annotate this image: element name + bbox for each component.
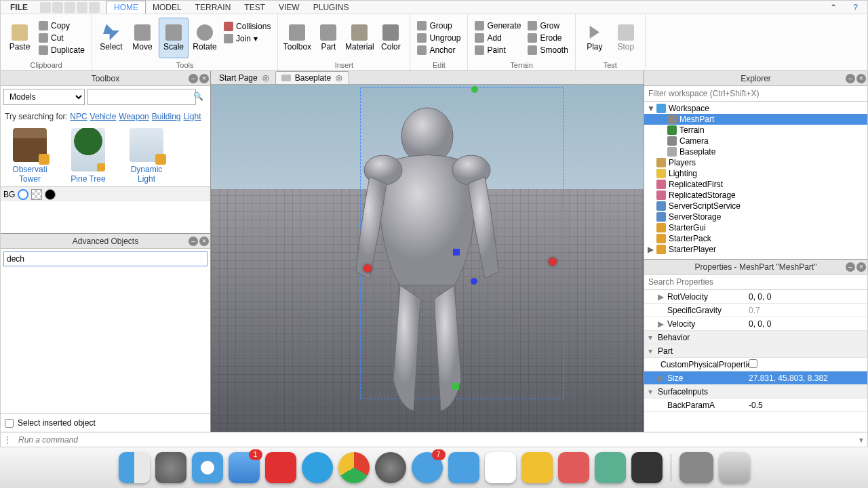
play-button[interactable]: Play bbox=[580, 18, 610, 58]
duplicate-button[interactable]: Duplicate bbox=[36, 45, 87, 56]
hint-npc[interactable]: NPC bbox=[70, 112, 87, 121]
app-icon[interactable] bbox=[595, 452, 626, 483]
roblox-icon[interactable] bbox=[485, 452, 516, 483]
launchpad-icon[interactable] bbox=[155, 452, 186, 483]
qat-undo-icon[interactable] bbox=[64, 2, 75, 13]
tree-item-starterplayer[interactable]: ▶StarterPlayer bbox=[644, 244, 867, 255]
smooth-button[interactable]: Smooth bbox=[525, 45, 570, 56]
join-toggle[interactable]: Join ▾ bbox=[221, 33, 273, 44]
rotate-button[interactable]: Rotate bbox=[190, 18, 220, 58]
hint-vehicle[interactable]: Vehicle bbox=[90, 112, 117, 121]
tree-item-camera[interactable]: Camera bbox=[644, 136, 867, 146]
hint-building[interactable]: Building bbox=[152, 112, 181, 121]
tree-item-replicatedstorage[interactable]: ReplicatedStorage bbox=[644, 190, 867, 201]
undock-icon[interactable]: – bbox=[189, 74, 198, 83]
select-inserted-checkbox[interactable] bbox=[5, 419, 14, 428]
paint-button[interactable]: Paint bbox=[472, 45, 524, 56]
erode-button[interactable]: Erode bbox=[525, 33, 570, 43]
mail-icon[interactable] bbox=[229, 452, 260, 483]
add-terrain-button[interactable]: Add bbox=[472, 33, 524, 43]
youtube-icon[interactable] bbox=[265, 452, 296, 483]
folder-icon[interactable] bbox=[679, 452, 713, 483]
toolbox-item[interactable]: Pine Tree bbox=[64, 128, 112, 184]
collapse-ribbon-icon[interactable]: ⌃ bbox=[823, 1, 844, 14]
hint-light[interactable]: Light bbox=[184, 112, 201, 121]
close-icon[interactable]: ⊗ bbox=[262, 75, 270, 81]
tab-start-page[interactable]: Start Page⊗ bbox=[214, 72, 275, 84]
tree-item-lighting[interactable]: Lighting bbox=[644, 168, 867, 179]
settings-icon[interactable] bbox=[375, 452, 406, 483]
qat-new-icon[interactable] bbox=[40, 2, 51, 13]
undock-icon[interactable]: – bbox=[846, 74, 855, 83]
scale-handle-x-pos[interactable] bbox=[549, 258, 557, 266]
close-icon[interactable]: × bbox=[856, 262, 866, 272]
property-row[interactable]: ▾Part bbox=[644, 344, 867, 358]
chrome-icon[interactable] bbox=[338, 452, 370, 483]
stop-button[interactable]: Stop bbox=[611, 18, 641, 58]
grow-button[interactable]: Grow bbox=[525, 20, 570, 31]
close-icon[interactable]: ⊗ bbox=[335, 75, 343, 81]
tab-model[interactable]: MODEL bbox=[146, 1, 189, 14]
tab-baseplate[interactable]: Baseplate⊗ bbox=[275, 71, 349, 84]
collisions-toggle[interactable]: Collisions bbox=[221, 21, 273, 32]
scale-handle-x-neg[interactable] bbox=[363, 264, 372, 272]
safari-icon[interactable] bbox=[192, 452, 223, 483]
tree-item-replicatedfirst[interactable]: ReplicatedFirst bbox=[644, 179, 867, 190]
finder-icon[interactable] bbox=[119, 452, 150, 483]
property-row[interactable]: CustomPhysicalProperties bbox=[644, 358, 867, 371]
undock-icon[interactable]: – bbox=[846, 262, 855, 272]
tree-item-meshpart[interactable]: MeshPart bbox=[644, 114, 867, 125]
properties-search-input[interactable] bbox=[644, 274, 867, 290]
help-icon[interactable]: ? bbox=[846, 1, 865, 14]
scale-button[interactable]: Scale bbox=[159, 18, 189, 58]
select-button[interactable]: Select bbox=[96, 18, 126, 58]
scale-handle-y-neg[interactable] bbox=[452, 383, 459, 390]
bg-white[interactable] bbox=[18, 189, 28, 200]
tree-item-terrain[interactable]: Terrain bbox=[644, 125, 867, 136]
property-row[interactable]: ▾SurfaceInputs bbox=[644, 385, 867, 399]
scale-handle-y-pos[interactable] bbox=[471, 86, 478, 93]
material-button[interactable]: Material bbox=[344, 18, 374, 58]
property-row[interactable]: ▶RotVelocity0, 0, 0 bbox=[644, 290, 867, 304]
color-button[interactable]: Color bbox=[376, 18, 406, 58]
app-icon[interactable] bbox=[631, 452, 663, 483]
qat-open-icon[interactable] bbox=[52, 2, 63, 13]
explorer-filter-input[interactable] bbox=[644, 86, 867, 102]
hint-weapon[interactable]: Weapon bbox=[119, 112, 149, 121]
tree-item-startergui[interactable]: StarterGui bbox=[644, 222, 867, 233]
skype-icon[interactable] bbox=[302, 452, 333, 483]
property-row[interactable]: BackParamA-0.5 bbox=[644, 399, 867, 412]
3d-viewport[interactable] bbox=[211, 85, 644, 432]
close-icon[interactable]: × bbox=[856, 74, 866, 83]
ungroup-button[interactable]: Ungroup bbox=[414, 33, 463, 43]
toolbox-item[interactable]: Observati Tower bbox=[6, 128, 54, 184]
qat-redo-icon[interactable] bbox=[77, 2, 87, 13]
property-row[interactable]: SpecificGravity0.7 bbox=[644, 304, 867, 317]
command-input[interactable] bbox=[14, 433, 855, 447]
tab-home[interactable]: HOME bbox=[106, 1, 146, 14]
tree-item-starterpack[interactable]: StarterPack bbox=[644, 233, 867, 244]
tree-item-serverstorage[interactable]: ServerStorage bbox=[644, 211, 867, 222]
close-icon[interactable]: × bbox=[199, 74, 209, 83]
appstore-icon[interactable] bbox=[412, 452, 443, 483]
bg-checker[interactable] bbox=[31, 189, 42, 200]
scale-handle-z-pos[interactable] bbox=[471, 278, 477, 285]
move-button[interactable]: Move bbox=[127, 18, 157, 58]
qat-more-icon[interactable] bbox=[89, 2, 100, 13]
property-row[interactable]: ▶Size27.831, 45.803, 8.382 bbox=[644, 371, 867, 385]
part-button[interactable]: Part bbox=[313, 18, 343, 58]
tab-terrain[interactable]: TERRAIN bbox=[189, 1, 238, 14]
close-icon[interactable]: × bbox=[199, 237, 209, 246]
bg-black[interactable] bbox=[45, 189, 56, 200]
tab-test[interactable]: TEST bbox=[237, 1, 272, 14]
toolbox-item[interactable]: Dynamic Light bbox=[123, 128, 170, 184]
tab-view[interactable]: VIEW bbox=[272, 1, 307, 14]
app-icon[interactable] bbox=[521, 452, 553, 483]
tree-item-serverscriptservice[interactable]: ServerScriptService bbox=[644, 201, 867, 211]
toolbox-button[interactable]: Toolbox bbox=[282, 18, 312, 58]
copy-button[interactable]: Copy bbox=[36, 20, 87, 31]
tree-item-baseplate[interactable]: Baseplate bbox=[644, 146, 867, 157]
tree-item-workspace[interactable]: ▼Workspace bbox=[644, 103, 867, 114]
chevron-down-icon[interactable]: ▾ bbox=[855, 435, 867, 445]
property-row[interactable]: ▾Behavior bbox=[644, 331, 867, 344]
